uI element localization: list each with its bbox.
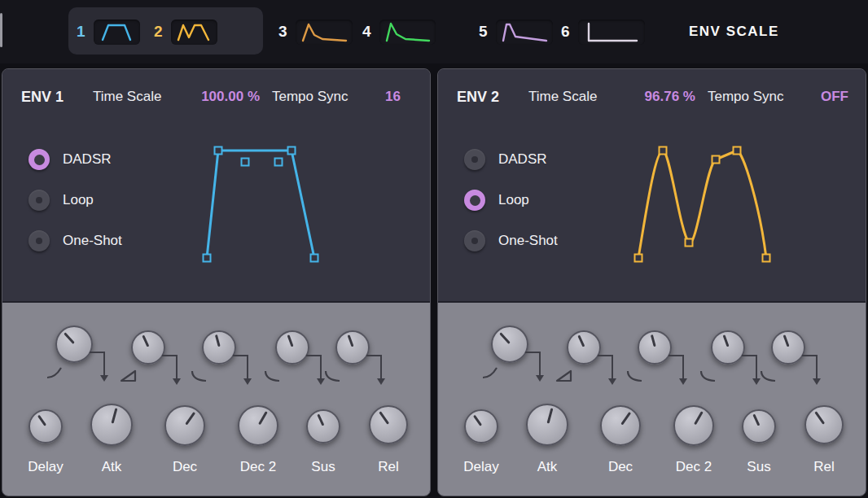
envelope-tab-bar: 1 2 3 4 5 6 ENV SCALE <box>0 0 868 63</box>
envelope-handle[interactable] <box>288 147 296 155</box>
envelope-curve[interactable] <box>638 151 766 258</box>
stage-connector-arrow-icon <box>88 346 112 387</box>
knob-indicator <box>577 335 585 347</box>
envelope-handle[interactable] <box>686 239 693 247</box>
env2-atk-knob[interactable] <box>526 404 568 446</box>
knob-indicator <box>546 408 553 423</box>
knob-indicator <box>694 411 704 425</box>
tempo-sync-label: Tempo Sync <box>708 89 784 105</box>
mode-label: DADSR <box>498 151 547 168</box>
env-tab-1[interactable]: 1 <box>77 0 140 63</box>
env2-sus-knob[interactable] <box>742 409 776 443</box>
knob-indicator <box>214 334 220 347</box>
env2-rel-knob[interactable] <box>804 405 844 444</box>
cropped-left-control <box>0 13 2 47</box>
env-2-shape-icon <box>171 20 217 45</box>
knob-indicator <box>347 334 353 347</box>
env1-delay-knob[interactable] <box>28 409 63 443</box>
env-tab-4[interactable]: 4 <box>362 0 436 63</box>
env2-mode-one-shot[interactable]: One-Shot <box>464 221 558 261</box>
tab-4-number: 4 <box>362 23 371 41</box>
env2-delay-knob[interactable] <box>464 409 498 443</box>
envelope-handle[interactable] <box>763 255 770 262</box>
knob-indicator <box>64 333 74 344</box>
envelope-handle[interactable] <box>734 147 741 155</box>
env-scale-label: ENV SCALE <box>689 24 779 40</box>
env-1-shape-icon <box>94 20 140 45</box>
env-4-shape-icon <box>379 20 436 45</box>
envelope-handle[interactable] <box>275 159 283 166</box>
knob-indicator <box>499 333 510 344</box>
time-scale-label: Time Scale <box>93 89 161 105</box>
stage-connector-arrow-icon <box>800 349 825 390</box>
env2-panel: ENV 2 Time Scale 96.76 % Tempo Sync OFF … <box>437 68 866 496</box>
knob-label: Rel <box>352 459 425 475</box>
env-tab-3[interactable]: 3 <box>278 0 353 63</box>
tempo-sync-value[interactable]: OFF <box>821 89 848 105</box>
knob-indicator <box>783 334 789 347</box>
mode-label: One-Shot <box>63 233 122 249</box>
env-tab-6[interactable]: 6 <box>561 0 645 63</box>
radio-button-icon[interactable] <box>464 230 485 251</box>
curve-shape-icon <box>45 365 64 380</box>
curve-shape-icon <box>190 369 209 383</box>
stage-connector-arrow-icon <box>667 349 691 390</box>
knob-label: Dec <box>584 459 657 475</box>
curve-shape-icon <box>625 369 645 383</box>
stage-connector-arrow-icon <box>365 349 389 390</box>
time-scale-value[interactable]: 100.00 % <box>165 89 260 105</box>
envelope-handle[interactable] <box>311 255 318 262</box>
stage-connector-arrow-icon <box>524 346 548 387</box>
mode-label: Loop <box>498 192 529 208</box>
knob-indicator <box>185 412 195 426</box>
env1-mode-loop[interactable]: Loop <box>28 180 122 221</box>
radio-button-icon[interactable] <box>464 190 485 211</box>
env2-knob-section: DelayAtkDecDec 2SusRel <box>438 301 866 496</box>
knob-indicator <box>722 334 729 347</box>
tempo-sync-value[interactable]: 16 <box>385 89 401 105</box>
env1-mode-one-shot[interactable]: One-Shot <box>28 221 122 261</box>
radio-button-icon[interactable] <box>464 149 485 170</box>
env1-dec-knob[interactable] <box>164 405 205 446</box>
env1-rel-knob[interactable] <box>369 405 408 444</box>
radio-button-icon[interactable] <box>28 230 50 251</box>
knob-label: Delay <box>9 459 82 475</box>
envelope-handle[interactable] <box>242 159 249 166</box>
envelope-handle[interactable] <box>660 147 667 155</box>
knob-indicator <box>142 335 149 347</box>
stage-connector-arrow-icon <box>596 349 620 390</box>
tab-2-number: 2 <box>154 23 163 41</box>
curve-shape-icon <box>555 369 574 383</box>
env2-display: ENV 2 Time Scale 96.76 % Tempo Sync OFF … <box>438 69 866 301</box>
envelope-handle[interactable] <box>215 147 222 155</box>
time-scale-value[interactable]: 96.76 % <box>601 89 695 105</box>
envelope-handle[interactable] <box>204 255 211 262</box>
env-tab-2[interactable]: 2 <box>154 0 217 63</box>
env1-mode-dadsr[interactable]: DADSR <box>28 139 122 180</box>
envelope-handle[interactable] <box>712 156 720 164</box>
knob-indicator <box>473 415 482 426</box>
env2-mode-loop[interactable]: Loop <box>464 180 558 221</box>
env1-atk-knob[interactable] <box>90 404 133 446</box>
knob-label: Dec <box>148 459 221 475</box>
env2-dec-2-knob[interactable] <box>673 405 714 446</box>
env-3-shape-icon <box>296 20 353 45</box>
knob-label: Dec 2 <box>657 459 730 475</box>
env2-dec-knob[interactable] <box>600 405 641 446</box>
env1-sus-knob[interactable] <box>306 409 340 443</box>
env1-dec-2-knob[interactable] <box>238 405 278 446</box>
knob-indicator <box>111 408 117 423</box>
envelope-handle[interactable] <box>635 255 642 262</box>
env-tab-5[interactable]: 5 <box>479 0 553 63</box>
envelope-curve[interactable] <box>207 151 314 258</box>
mode-label: DADSR <box>63 151 112 168</box>
env1-mode-selector: DADSR Loop One-Shot <box>28 139 122 261</box>
knob-indicator <box>620 412 631 426</box>
env2-mode-dadsr[interactable]: DADSR <box>464 139 558 180</box>
curve-shape-icon <box>699 369 718 383</box>
radio-button-icon[interactable] <box>28 190 50 211</box>
curve-shape-icon <box>759 369 778 383</box>
mode-label: Loop <box>63 192 94 208</box>
radio-button-icon[interactable] <box>28 149 50 170</box>
knob-label: Dec 2 <box>221 459 295 475</box>
